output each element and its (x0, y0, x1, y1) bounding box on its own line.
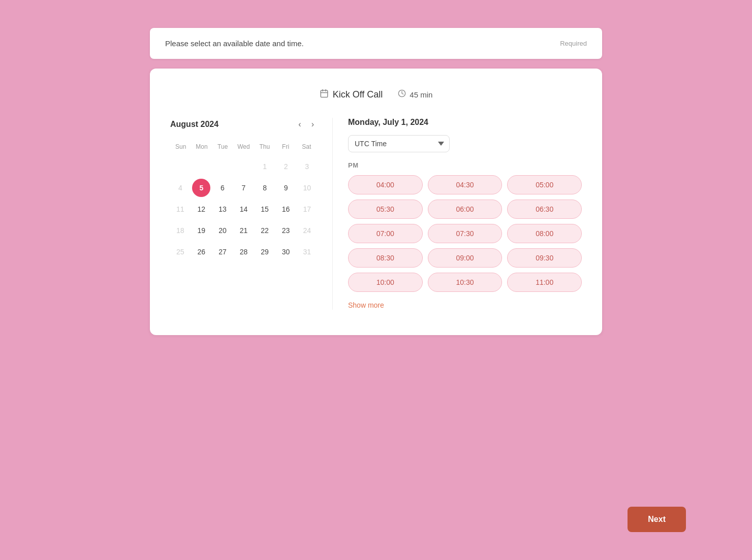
calendar-day-23[interactable]: 23 (277, 221, 295, 240)
calendar-day-22[interactable]: 22 (256, 221, 274, 240)
alert-text: Please select an available date and time… (165, 39, 304, 48)
day-header-wed: Wed (233, 141, 254, 152)
calendar-day-16[interactable]: 16 (277, 200, 295, 218)
alert-banner: Please select an available date and time… (150, 28, 602, 59)
calendar-day-29[interactable]: 29 (256, 243, 274, 261)
day-header-sun: Sun (170, 141, 191, 152)
time-slot-1000[interactable]: 10:00 (348, 273, 423, 292)
prev-month-button[interactable]: ‹ (295, 118, 304, 131)
event-title-group: Kick Off Call (320, 89, 383, 100)
next-button[interactable]: Next (628, 507, 686, 532)
calendar-header: August 2024 ‹ › (170, 118, 317, 131)
next-month-button[interactable]: › (308, 118, 317, 131)
event-header: Kick Off Call 45 min (170, 89, 582, 100)
calendar-right: Monday, July 1, 2024 UTC Time EST PST CS… (333, 118, 582, 310)
calendar-day-13[interactable]: 13 (213, 200, 232, 218)
day-header-thu: Thu (254, 141, 275, 152)
calendar-day-8[interactable]: 8 (256, 179, 274, 197)
calendar-day-31: 31 (298, 243, 316, 261)
calendar-day-empty (192, 157, 210, 176)
time-slot-1030[interactable]: 10:30 (428, 273, 503, 292)
calendar-left: August 2024 ‹ › Sun Mon Tue Wed Thu Fri … (170, 118, 333, 310)
calendar-day-4: 4 (171, 179, 190, 197)
calendar-day-28[interactable]: 28 (234, 243, 253, 261)
time-slot-0800[interactable]: 08:00 (507, 224, 582, 243)
time-grid: 04:0004:3005:0005:3006:0006:3007:0007:30… (348, 175, 582, 292)
calendar-day-27[interactable]: 27 (213, 243, 232, 261)
calendar-day-17: 17 (298, 200, 316, 218)
day-header-sat: Sat (296, 141, 317, 152)
calendar-day-9[interactable]: 9 (277, 179, 295, 197)
calendar-grid: 1234567891011121314151617181920212223242… (170, 156, 317, 262)
calendar-day-18: 18 (171, 221, 190, 240)
svg-rect-0 (321, 90, 328, 97)
page-wrapper: Please select an available date and time… (0, 0, 752, 560)
calendar-day-3: 3 (298, 157, 316, 176)
calendar-day-24: 24 (298, 221, 316, 240)
day-header-tue: Tue (212, 141, 233, 152)
day-header-mon: Mon (191, 141, 212, 152)
calendar-day-10: 10 (298, 179, 316, 197)
calendar-day-21[interactable]: 21 (234, 221, 253, 240)
time-slot-0830[interactable]: 08:30 (348, 248, 423, 268)
calendar-icon (320, 89, 329, 100)
main-card: Kick Off Call 45 min August 2024 (150, 69, 602, 335)
time-slot-0900[interactable]: 09:00 (428, 248, 503, 268)
calendar-day-12[interactable]: 12 (192, 200, 210, 218)
period-label: PM (348, 161, 582, 169)
calendar-day-15[interactable]: 15 (256, 200, 274, 218)
show-more-button[interactable]: Show more (348, 301, 384, 309)
month-title: August 2024 (170, 120, 218, 129)
calendar-day-6[interactable]: 6 (213, 179, 232, 197)
calendar-day-2: 2 (277, 157, 295, 176)
calendar-day-1: 1 (256, 157, 274, 176)
time-slot-0400[interactable]: 04:00 (348, 175, 423, 194)
selected-date-label: Monday, July 1, 2024 (348, 118, 582, 127)
calendar-section: August 2024 ‹ › Sun Mon Tue Wed Thu Fri … (170, 118, 582, 310)
timezone-select[interactable]: UTC Time EST PST CST MST (348, 135, 450, 152)
nav-buttons: ‹ › (295, 118, 317, 131)
time-slot-0730[interactable]: 07:30 (428, 224, 503, 243)
calendar-day-empty (234, 157, 253, 176)
day-header-fri: Fri (275, 141, 296, 152)
day-headers: Sun Mon Tue Wed Thu Fri Sat (170, 141, 317, 152)
calendar-day-7[interactable]: 7 (234, 179, 253, 197)
time-slot-0430[interactable]: 04:30 (428, 175, 503, 194)
time-slot-0530[interactable]: 05:30 (348, 200, 423, 219)
calendar-day-5[interactable]: 5 (192, 179, 210, 197)
event-duration: 45 min (410, 90, 432, 99)
calendar-day-empty (171, 157, 190, 176)
time-slot-0500[interactable]: 05:00 (507, 175, 582, 194)
time-slot-1100[interactable]: 11:00 (507, 273, 582, 292)
calendar-day-empty (213, 157, 232, 176)
time-slot-0630[interactable]: 06:30 (507, 200, 582, 219)
required-badge: Required (560, 40, 587, 47)
calendar-day-26[interactable]: 26 (192, 243, 210, 261)
calendar-day-19[interactable]: 19 (192, 221, 210, 240)
calendar-day-30[interactable]: 30 (277, 243, 295, 261)
time-slot-0600[interactable]: 06:00 (428, 200, 503, 219)
calendar-day-11: 11 (171, 200, 190, 218)
time-slot-0700[interactable]: 07:00 (348, 224, 423, 243)
calendar-day-25: 25 (171, 243, 190, 261)
event-duration-group: 45 min (398, 89, 432, 100)
event-title: Kick Off Call (333, 89, 383, 100)
time-slot-0930[interactable]: 09:30 (507, 248, 582, 268)
clock-icon (398, 89, 406, 100)
calendar-day-14[interactable]: 14 (234, 200, 253, 218)
calendar-day-20[interactable]: 20 (213, 221, 232, 240)
